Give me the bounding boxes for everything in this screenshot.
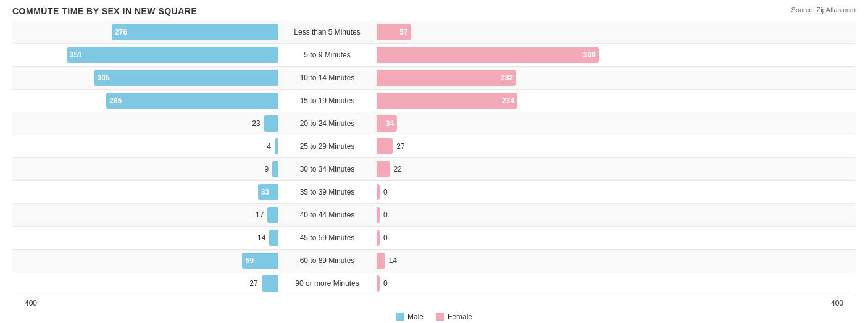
female-value-outside: 0 — [383, 188, 388, 196]
left-section: 23 — [12, 112, 278, 135]
right-section: 34 — [377, 112, 642, 135]
female-bar-container: 0 — [377, 204, 624, 226]
female-bar-container: 369 — [377, 44, 624, 66]
female-value: 369 — [583, 51, 596, 59]
table-row: 59 60 to 89 Minutes 14 — [12, 250, 856, 272]
female-bar — [377, 184, 380, 200]
male-bar-container: 305 — [31, 67, 278, 89]
table-row: 285 15 to 19 Minutes 234 — [12, 90, 856, 112]
female-value-outside: 0 — [383, 233, 388, 242]
female-value-outside: 0 — [383, 211, 388, 219]
male-bar: 33 — [258, 184, 278, 200]
female-value: 232 — [501, 73, 513, 82]
male-bar-container: 4 — [31, 135, 278, 157]
center-label: 60 to 89 Minutes — [278, 256, 377, 265]
center-label: 30 to 34 Minutes — [278, 165, 377, 174]
bars-container: 276 Less than 5 Minutes 57 351 5 to 9 — [12, 21, 856, 295]
male-value: 276 — [115, 28, 127, 36]
male-bar-container: 14 — [31, 227, 278, 249]
left-section: 351 — [12, 44, 278, 66]
legend-male-box — [396, 313, 404, 321]
female-bar-container: 57 — [377, 21, 624, 43]
legend-female-label: Female — [448, 313, 472, 321]
female-value-outside: 27 — [396, 142, 404, 151]
male-bar-container: 59 — [31, 250, 278, 272]
chart-title: COMMUTE TIME BY SEX IN NEW SQUARE — [12, 6, 197, 16]
female-bar — [377, 275, 380, 292]
female-bar: 369 — [377, 47, 599, 63]
male-value: 33 — [261, 188, 269, 196]
male-bar: 276 — [112, 24, 278, 40]
female-bar — [377, 230, 380, 246]
female-bar-container: 22 — [377, 158, 624, 180]
female-bar: 34 — [377, 115, 397, 132]
source-text: Source: ZipAtlas.com — [791, 6, 856, 14]
male-bar-container: 17 — [31, 204, 278, 226]
female-bar-container: 0 — [377, 181, 624, 203]
legend-male-label: Male — [407, 313, 424, 321]
male-bar: 351 — [67, 47, 278, 63]
female-value-outside: 0 — [383, 279, 388, 288]
male-bar — [264, 115, 278, 132]
center-label: 45 to 59 Minutes — [278, 233, 377, 242]
table-row: 305 10 to 14 Minutes 232 — [12, 67, 856, 90]
legend: Male Female — [12, 313, 856, 321]
axis-min-label: 400 — [25, 299, 37, 308]
right-section: 22 — [377, 158, 642, 180]
table-row: 23 20 to 24 Minutes 34 — [12, 112, 856, 135]
right-section: 0 — [377, 227, 642, 249]
male-value: 285 — [109, 96, 122, 105]
left-section: 285 — [12, 90, 278, 112]
male-bar-container: 33 — [31, 181, 278, 203]
left-section: 276 — [12, 21, 278, 43]
female-bar: 234 — [377, 93, 517, 109]
left-section: 27 — [12, 272, 278, 295]
female-bar: 57 — [377, 24, 411, 40]
female-bar-container: 0 — [377, 227, 624, 249]
male-value: 305 — [98, 73, 110, 82]
female-value: 234 — [502, 96, 514, 105]
female-value: 34 — [386, 119, 394, 128]
table-row: 33 35 to 39 Minutes 0 — [12, 181, 856, 204]
male-bar-container: 285 — [31, 90, 278, 112]
right-section: 369 — [377, 44, 642, 66]
female-bar-container: 232 — [377, 67, 624, 89]
center-label: 15 to 19 Minutes — [278, 96, 377, 105]
table-row: 27 90 or more Minutes 0 — [12, 272, 856, 295]
right-section: 0 — [377, 204, 642, 226]
male-bar-container: 9 — [31, 158, 278, 180]
female-bar-container: 34 — [377, 112, 624, 135]
center-label: 90 or more Minutes — [278, 279, 377, 288]
female-bar-container: 27 — [377, 135, 624, 157]
male-bar-container: 276 — [31, 21, 278, 43]
table-row: 17 40 to 44 Minutes 0 — [12, 204, 856, 227]
table-row: 276 Less than 5 Minutes 57 — [12, 21, 856, 44]
male-bar: 59 — [242, 253, 278, 269]
female-value: 57 — [399, 28, 407, 36]
chart-area: 276 Less than 5 Minutes 57 351 5 to 9 — [12, 21, 856, 321]
right-section: 14 — [377, 250, 642, 272]
table-row: 4 25 to 29 Minutes 27 — [12, 135, 856, 158]
center-label: 40 to 44 Minutes — [278, 211, 377, 219]
male-value-outside: 27 — [249, 279, 257, 288]
center-label: 10 to 14 Minutes — [278, 73, 377, 82]
right-section: 0 — [377, 272, 642, 295]
male-bar-container: 27 — [31, 272, 278, 295]
male-bar: 305 — [94, 70, 278, 86]
right-section: 232 — [377, 67, 642, 89]
female-bar-container: 0 — [377, 272, 624, 295]
male-value-outside: 17 — [256, 211, 264, 219]
table-row: 351 5 to 9 Minutes 369 — [12, 44, 856, 67]
male-bar-container: 351 — [31, 44, 278, 66]
left-section: 59 — [12, 250, 278, 272]
female-bar — [377, 161, 390, 177]
male-value-outside: 14 — [257, 233, 265, 242]
male-bar-container: 23 — [31, 112, 278, 135]
female-bar — [377, 207, 380, 223]
right-section: 0 — [377, 181, 642, 203]
right-section: 57 — [377, 21, 642, 43]
male-bar — [262, 275, 278, 292]
right-section: 234 — [377, 90, 642, 112]
center-label: 25 to 29 Minutes — [278, 142, 377, 151]
female-bar-container: 234 — [377, 90, 624, 112]
